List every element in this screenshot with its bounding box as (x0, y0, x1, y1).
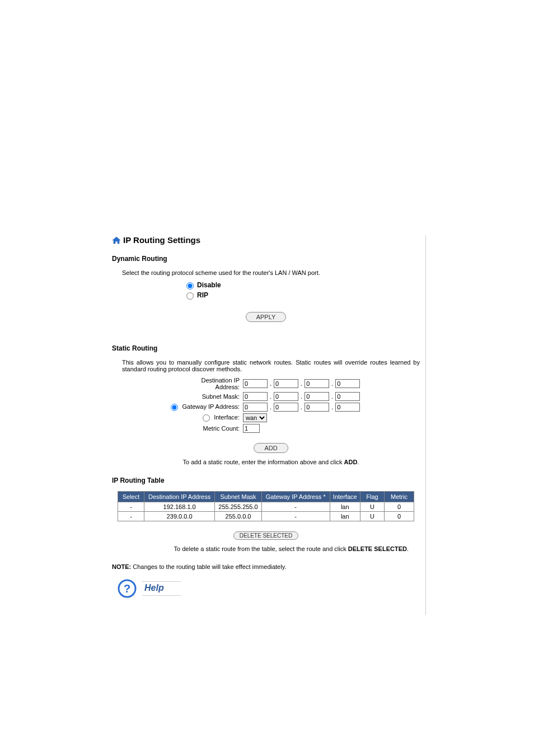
dynamic-rip-radio[interactable] (186, 292, 194, 300)
static-routing-heading: Static Routing (112, 344, 420, 352)
dynamic-rip-label: RIP (197, 291, 208, 299)
dest-ip-1[interactable] (243, 379, 268, 388)
dest-ip-3[interactable] (305, 379, 329, 388)
gateway-label: Gateway IP Address: (182, 403, 240, 410)
dest-ip-2[interactable] (274, 379, 298, 388)
routing-table: Select Destination IP Address Subnet Mas… (118, 491, 414, 521)
gateway-4[interactable] (335, 403, 360, 412)
metric-label: Metric Count: (156, 425, 243, 432)
add-button[interactable]: ADD (254, 443, 288, 453)
subnet-4[interactable] (335, 392, 360, 401)
add-instruction: To add a static route, enter the informa… (122, 459, 420, 465)
dynamic-disable-radio[interactable] (186, 282, 194, 290)
col-metric: Metric (385, 492, 414, 502)
title-row: IP Routing Settings (112, 235, 420, 245)
col-iface: Interface (330, 492, 360, 502)
interface-select[interactable]: wan (243, 413, 267, 422)
delete-instruction: To delete a static route from the table,… (112, 545, 409, 552)
subnet-3[interactable] (305, 392, 329, 401)
metric-input[interactable] (243, 424, 260, 433)
dest-ip-label: Destination IPAddress: (156, 377, 243, 390)
gateway-2[interactable] (274, 403, 298, 412)
interface-label: Interface: (214, 414, 240, 421)
dynamic-disable-label: Disable (197, 281, 221, 289)
col-select: Select (118, 492, 144, 502)
delete-selected-button[interactable]: DELETE SELECTED (233, 531, 298, 540)
static-routing-desc: This allows you to manually configure st… (122, 359, 420, 372)
note-text: NOTE: Changes to the routing table will … (112, 563, 420, 570)
gateway-radio[interactable] (171, 404, 178, 411)
routing-table-heading: IP Routing Table (112, 477, 420, 484)
help-link[interactable]: Help (142, 581, 181, 596)
table-row[interactable]: -239.0.0.0255.0.0.0-lanU0 (118, 512, 414, 521)
table-row[interactable]: -192.168.1.0255.255.255.0-lanU0 (118, 502, 414, 512)
home-icon (112, 236, 121, 244)
dynamic-routing-desc: Select the routing protocol scheme used … (122, 269, 420, 276)
interface-radio[interactable] (203, 414, 210, 422)
gateway-3[interactable] (305, 403, 329, 412)
dest-ip-4[interactable] (335, 379, 360, 388)
col-flag: Flag (360, 492, 385, 502)
apply-button[interactable]: APPLY (246, 312, 287, 322)
col-subnet: Subnet Mask (215, 492, 261, 502)
svg-text:?: ? (124, 582, 130, 595)
gateway-1[interactable] (243, 403, 268, 412)
page-title: IP Routing Settings (123, 235, 200, 245)
help-icon[interactable]: ? (118, 579, 137, 598)
dynamic-routing-heading: Dynamic Routing (112, 255, 420, 263)
col-gateway: Gateway IP Address * (261, 492, 330, 502)
subnet-2[interactable] (274, 392, 298, 401)
subnet-label: Subnet Mask: (156, 393, 243, 400)
col-dest: Destination IP Address (144, 492, 215, 502)
subnet-1[interactable] (243, 392, 268, 401)
